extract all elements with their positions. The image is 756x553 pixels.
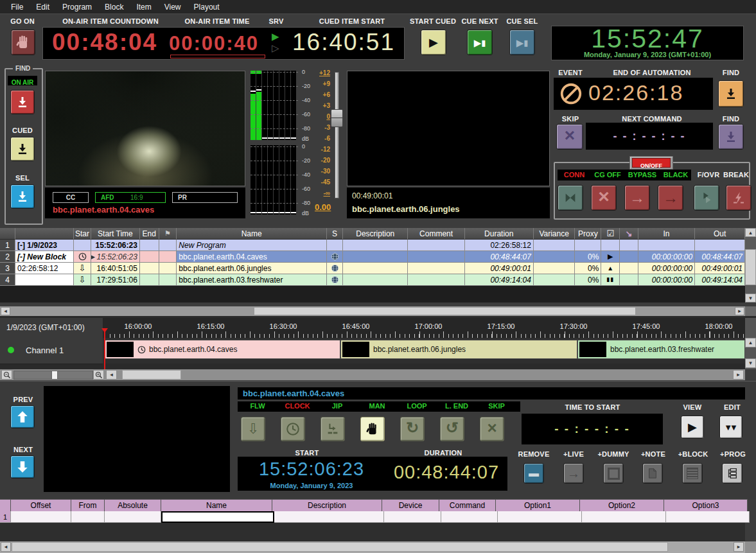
menu-edit[interactable]: Edit <box>30 1 55 13</box>
col-absolute[interactable]: Absolute <box>105 499 161 512</box>
command-cell[interactable] <box>441 511 498 523</box>
scroll-thumb[interactable] <box>254 307 636 315</box>
col-command[interactable]: Command <box>439 499 496 512</box>
name-cell-focused[interactable] <box>161 511 274 523</box>
loop-mode-button[interactable]: ↻ <box>400 417 425 441</box>
tree-cell[interactable]: 02:26:58:12 <box>15 263 74 274</box>
col-star[interactable]: Star <box>74 228 91 240</box>
scroll-right-button[interactable]: ▸ <box>735 307 744 315</box>
scroll-right-button[interactable]: ▸ <box>734 542 744 552</box>
cue-next-button[interactable]: ▶▮ <box>467 30 493 55</box>
playlist-row-program[interactable]: 1 [-] 1/9/2023 15:52:06:23 New Program 0… <box>0 240 745 251</box>
scroll-down-button[interactable]: ▾ <box>745 358 756 368</box>
scroll-thumb[interactable] <box>122 370 181 380</box>
playlist-row-freshwater[interactable]: 4 ⇩ 17:29:51:06 bbc.planet.earth.03.fres… <box>0 274 745 286</box>
col-offset[interactable]: Offset <box>11 499 71 512</box>
offset-cell[interactable] <box>11 511 71 523</box>
menu-program[interactable]: Program <box>57 1 98 13</box>
timeline-block-caves[interactable]: bbc.planet.earth.04.caves <box>105 340 340 359</box>
tree-cell[interactable] <box>15 274 74 286</box>
timeline-block-jungles[interactable]: bbc.planet.earth.06.jungles <box>340 340 577 359</box>
col-end[interactable]: End <box>140 228 159 240</box>
col-start-time[interactable]: Start Time <box>91 228 140 240</box>
scroll-thumb[interactable] <box>745 249 756 285</box>
scroll-left-button[interactable]: ◂ <box>106 370 117 380</box>
playlist-row-jungles[interactable]: 3 02:26:58:12 ⇩ 16:40:51:05 bbc.planet.e… <box>0 263 745 274</box>
edit-button[interactable]: ▼▼ <box>719 416 743 439</box>
device-cell[interactable] <box>384 511 441 523</box>
col-in[interactable]: In <box>638 228 695 240</box>
col-name[interactable]: Name <box>161 499 272 512</box>
option2-cell[interactable] <box>582 511 666 523</box>
skip-command-button[interactable]: × <box>556 124 583 150</box>
col-out[interactable]: Out <box>695 228 745 240</box>
col-from[interactable]: From <box>71 499 105 512</box>
col-comment[interactable]: Comment <box>408 228 464 240</box>
scroll-down-button[interactable]: ▾ <box>745 294 756 303</box>
scroll-left-button[interactable]: ◂ <box>1 542 11 552</box>
commands-hscroll[interactable]: ◂ ▸ <box>0 541 745 553</box>
view-button[interactable]: ▶ <box>681 416 704 439</box>
zoom-slider-handle[interactable] <box>51 371 58 380</box>
conn-button[interactable] <box>558 185 583 211</box>
flw-mode-button[interactable]: ⇩ <box>241 417 265 441</box>
prev-button[interactable] <box>10 405 35 428</box>
col-variance[interactable]: Variance <box>534 228 576 240</box>
col-option2[interactable]: Option2 <box>580 499 664 512</box>
channel-cell[interactable]: Channel 1 <box>0 338 103 364</box>
col-name[interactable]: Name <box>177 228 327 240</box>
fader-track[interactable] <box>335 72 339 198</box>
playlist-hscroll[interactable]: ◂ ▸ <box>0 306 745 316</box>
find-cued-button[interactable] <box>10 137 35 161</box>
bypass-button[interactable]: → <box>624 185 650 211</box>
scroll-left-button[interactable]: ◂ <box>1 307 10 315</box>
cg-off-button[interactable]: × <box>591 185 617 211</box>
option3-cell[interactable] <box>666 511 750 523</box>
playlist-vscroll[interactable]: ▴ ▾ <box>745 228 756 303</box>
col-option1[interactable]: Option1 <box>496 499 580 512</box>
find-command-button[interactable] <box>718 124 744 150</box>
find-event-button[interactable] <box>718 80 744 107</box>
scroll-right-button[interactable]: ▸ <box>733 370 744 380</box>
col-option3[interactable]: Option3 <box>664 499 748 512</box>
jip-mode-button[interactable] <box>321 417 345 441</box>
from-cell[interactable] <box>71 511 105 523</box>
scroll-up-button[interactable]: ▴ <box>745 228 756 237</box>
option1-cell[interactable] <box>498 511 582 523</box>
zoom-out-button[interactable] <box>1 370 12 380</box>
remove-button[interactable]: ▬ <box>523 463 544 484</box>
man-mode-button[interactable] <box>360 417 385 441</box>
add-live-button[interactable]: → <box>563 463 584 484</box>
menu-file[interactable]: File <box>5 1 29 13</box>
commands-row[interactable]: 1 <box>0 511 750 523</box>
clock-mode-button[interactable] <box>281 417 305 441</box>
menu-block[interactable]: Block <box>99 1 129 13</box>
onoff-button[interactable]: ON/OFF <box>632 158 671 168</box>
timeline-vscroll[interactable]: ▴ ▾ <box>745 318 756 369</box>
check-icon[interactable]: ☑ <box>601 228 620 240</box>
scroll-up-button[interactable]: ▴ <box>745 338 756 347</box>
find-sel-button[interactable] <box>10 184 35 209</box>
flag-icon[interactable]: ⚑ <box>159 228 177 240</box>
add-block-button[interactable] <box>682 463 703 484</box>
start-cued-button[interactable]: ▶ <box>421 30 446 55</box>
fovr-button[interactable] <box>694 185 719 211</box>
menu-item[interactable]: Item <box>130 1 157 13</box>
description-cell[interactable] <box>274 511 384 523</box>
menu-view[interactable]: View <box>159 1 187 13</box>
col-description[interactable]: Description <box>343 228 408 240</box>
break-button[interactable] <box>726 185 752 211</box>
go-on-button[interactable] <box>11 30 35 55</box>
zoom-in-button[interactable] <box>93 370 104 380</box>
add-note-button[interactable] <box>642 463 663 484</box>
menu-playout[interactable]: Playout <box>188 1 225 13</box>
absolute-cell[interactable] <box>105 511 161 523</box>
col-proxy[interactable]: Proxy <box>575 228 601 240</box>
skip-mode-button[interactable]: × <box>480 417 504 441</box>
playlist-row-caves[interactable]: 2 [-] New Block ►15:52:06:23 bbc.planet.… <box>0 251 745 263</box>
se-arrow-icon[interactable]: ↘ <box>620 228 638 240</box>
scroll-thumb[interactable] <box>12 542 668 552</box>
tree-cell[interactable]: [-] 1/9/2023 <box>15 240 74 251</box>
next-button[interactable] <box>10 455 35 478</box>
fader-handle[interactable] <box>331 109 343 127</box>
